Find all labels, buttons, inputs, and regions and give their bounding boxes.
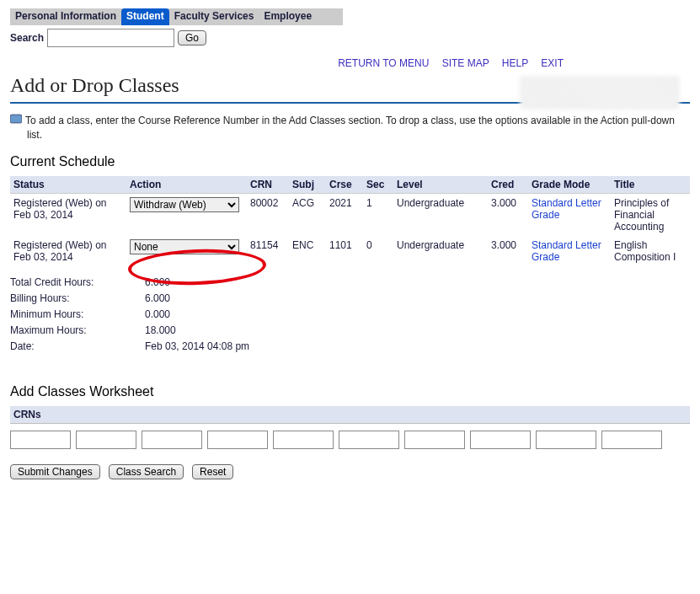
max-label: Maximum Hours:: [10, 323, 145, 339]
user-info-redacted: [520, 76, 680, 110]
reset-button[interactable]: Reset: [192, 464, 233, 479]
current-schedule-heading: Current Schedule: [10, 154, 690, 169]
crn-inputs-row: [10, 431, 690, 449]
col-grade-mode: Grade Mode: [528, 176, 611, 194]
cell-action: Withdraw (Web): [126, 193, 247, 236]
action-select[interactable]: Withdraw (Web): [130, 197, 239, 212]
cell-cred: 3.000: [488, 236, 528, 266]
info-text-content: To add a class, enter the Course Referen…: [25, 115, 675, 141]
crn-input[interactable]: [470, 431, 531, 449]
max-value: 18.000: [145, 324, 176, 336]
col-status: Status: [10, 176, 126, 194]
cell-status: Registered (Web) on Feb 03, 2014: [10, 193, 126, 236]
min-label: Minimum Hours:: [10, 307, 145, 323]
cell-sec: 0: [363, 236, 393, 266]
crn-input[interactable]: [273, 431, 334, 449]
tab-faculty-services[interactable]: Faculty Services: [169, 8, 259, 25]
billing-label: Billing Hours:: [10, 291, 145, 307]
col-sec: Sec: [363, 176, 393, 194]
worksheet-heading: Add Classes Worksheet: [10, 384, 690, 399]
cell-subj: ENC: [289, 236, 326, 266]
billing-value: 6.000: [145, 292, 170, 304]
cell-action: None: [126, 236, 247, 266]
search-label: Search: [10, 32, 44, 44]
search-row: Search Go: [10, 29, 690, 47]
cell-subj: ACG: [289, 193, 326, 236]
crn-input[interactable]: [142, 431, 202, 449]
tab-employee[interactable]: Employee: [259, 8, 317, 25]
crn-input[interactable]: [536, 431, 596, 449]
schedule-table: Status Action CRN Subj Crse Sec Level Cr…: [10, 176, 690, 266]
table-row: Registered (Web) on Feb 03, 2014None8115…: [10, 236, 690, 266]
top-links: RETURN TO MENU SITE MAP HELP EXIT: [10, 57, 690, 69]
total-credit-value: 6.000: [145, 276, 170, 288]
button-row: Submit Changes Class Search Reset: [10, 464, 690, 479]
crn-input[interactable]: [207, 431, 268, 449]
col-crse: Crse: [326, 176, 363, 194]
cell-sec: 1: [363, 193, 393, 236]
cell-grade-mode[interactable]: Standard Letter Grade: [528, 236, 611, 266]
col-level: Level: [393, 176, 488, 194]
search-input[interactable]: [47, 29, 174, 47]
submit-changes-button[interactable]: Submit Changes: [10, 464, 100, 479]
table-row: Registered (Web) on Feb 03, 2014Withdraw…: [10, 193, 690, 236]
action-select[interactable]: None: [130, 239, 239, 254]
col-title: Title: [611, 176, 690, 194]
cell-cred: 3.000: [488, 193, 528, 236]
cell-title: Principles of Financial Accounting: [611, 193, 690, 236]
link-site-map[interactable]: SITE MAP: [442, 57, 489, 69]
cell-crn: 80002: [247, 193, 289, 236]
col-cred: Cred: [488, 176, 528, 194]
cell-title: English Composition I: [611, 236, 690, 266]
crn-input[interactable]: [10, 431, 71, 449]
crn-input[interactable]: [76, 431, 136, 449]
crn-input[interactable]: [404, 431, 465, 449]
col-action: Action: [126, 176, 247, 194]
svg-rect-0: [10, 115, 22, 123]
tab-student[interactable]: Student: [121, 8, 169, 25]
info-icon: [10, 114, 22, 124]
date-value: Feb 03, 2014 04:08 pm: [145, 340, 249, 352]
link-exit[interactable]: EXIT: [541, 57, 564, 69]
cell-level: Undergraduate: [393, 193, 488, 236]
cell-crn: 81154: [247, 236, 289, 266]
tab-bar: Personal Information Student Faculty Ser…: [10, 8, 343, 25]
col-subj: Subj: [289, 176, 326, 194]
tab-personal-information[interactable]: Personal Information: [10, 8, 121, 25]
cell-status: Registered (Web) on Feb 03, 2014: [10, 236, 126, 266]
info-text: To add a class, enter the Course Referen…: [10, 114, 690, 142]
cell-crse: 2021: [326, 193, 363, 236]
link-help[interactable]: HELP: [502, 57, 528, 69]
total-credit-label: Total Credit Hours:: [10, 275, 145, 291]
class-search-button[interactable]: Class Search: [109, 464, 184, 479]
schedule-header-row: Status Action CRN Subj Crse Sec Level Cr…: [10, 176, 690, 194]
cell-crse: 1101: [326, 236, 363, 266]
min-value: 0.000: [145, 308, 170, 320]
link-return-to-menu[interactable]: RETURN TO MENU: [338, 57, 429, 69]
totals-block: Total Credit Hours:6.000 Billing Hours:6…: [10, 275, 690, 356]
date-label: Date:: [10, 339, 145, 355]
go-button[interactable]: Go: [178, 30, 206, 45]
cell-grade-mode[interactable]: Standard Letter Grade: [528, 193, 611, 236]
col-crn: CRN: [247, 176, 289, 194]
crn-input[interactable]: [601, 431, 662, 449]
crn-input[interactable]: [339, 431, 399, 449]
crns-label: CRNs: [10, 406, 690, 424]
cell-level: Undergraduate: [393, 236, 488, 266]
